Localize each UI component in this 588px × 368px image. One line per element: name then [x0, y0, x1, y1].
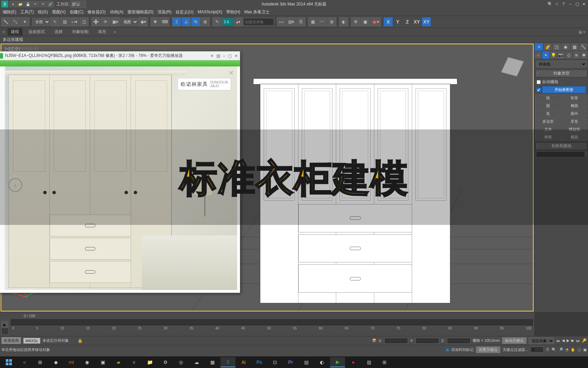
window-crossing-icon[interactable]: ◫ — [80, 17, 88, 26]
ribbon-toggle-icon[interactable]: ▾ — [3, 30, 5, 34]
menu-views[interactable]: 视图(V) — [51, 9, 67, 16]
ngon-button[interactable]: 多边形 — [535, 118, 561, 125]
timeline-expand-icon[interactable]: ▶ — [1, 321, 8, 328]
time-config-icon[interactable]: ⏱ — [546, 348, 550, 352]
arc-button[interactable]: 弧 — [535, 110, 561, 117]
ref-window-titlebar[interactable]: NJ5W~E1A~QLL8H1%QF$9ZIL.png (606KB, 713x… — [0, 51, 240, 60]
menu-tools[interactable]: 工具(T) — [19, 9, 35, 16]
play-icon[interactable]: ▶ — [567, 338, 569, 343]
taskbar-app-6[interactable]: ▦ — [205, 357, 220, 367]
help-icon[interactable]: ? — [561, 1, 566, 7]
set-key-button[interactable]: 设置关键点 — [476, 346, 501, 353]
key-filters-button[interactable]: 关键点过滤器... — [503, 347, 528, 352]
ref-pin-icon[interactable]: ⤧ — [210, 53, 214, 58]
trackbar-thumb[interactable] — [1, 327, 9, 335]
circle-button[interactable]: 圆 — [535, 102, 561, 109]
coord-x-input[interactable] — [384, 338, 408, 344]
render-setup-icon[interactable]: ⚙ — [351, 17, 360, 26]
menu-help[interactable]: 帮助(H) — [225, 9, 242, 16]
maxscript-badge[interactable]: MAXSc — [23, 338, 40, 344]
next-frame-icon[interactable]: ▶ — [571, 338, 574, 343]
ref-coord-dropdown[interactable]: 视图 — [120, 18, 138, 26]
menu-animation[interactable]: 动画(A) — [109, 9, 125, 16]
taskbar-app-11[interactable]: ⊞ — [377, 357, 392, 367]
taskbar-app-7[interactable]: ⊡ — [267, 357, 282, 367]
curve-editor-icon[interactable]: 〰 — [318, 17, 327, 26]
workspace-dropdown[interactable]: 默认 — [70, 1, 86, 8]
edit-named-sel-icon[interactable]: ✎ — [213, 17, 222, 26]
taskbar-app-8[interactable]: ▤ — [299, 357, 314, 367]
menu-antivirus[interactable]: Max 杀毒卫士 — [243, 9, 271, 16]
time-slider[interactable] — [11, 319, 533, 325]
ref-image-close-icon[interactable]: ✕ — [229, 69, 234, 77]
axis-xy2-button[interactable]: XY — [422, 17, 431, 26]
spinner-input[interactable] — [222, 18, 233, 26]
taskbar-ps-icon[interactable]: Ps — [252, 357, 267, 367]
keyboard-shortcut-icon[interactable]: ⌨ — [160, 17, 169, 26]
menu-edit[interactable]: 编辑(E) — [1, 9, 18, 16]
max-toggle-icon[interactable]: ▣ — [583, 348, 587, 352]
add-time-tag[interactable]: 添加时间标记 — [451, 347, 474, 352]
rendered-frame-icon[interactable]: ▣ — [361, 17, 370, 26]
render-icon[interactable]: 🫖▾ — [370, 17, 381, 26]
tab-populate[interactable]: 填充 — [95, 28, 110, 35]
zoom-all-icon[interactable]: 🔎 — [558, 348, 563, 352]
ref-close-icon[interactable]: ✕ — [234, 53, 238, 58]
taskbar-app-mi[interactable]: mi — [64, 357, 79, 367]
menu-graph-editors[interactable]: 图形编辑器(D) — [126, 9, 155, 16]
star-button[interactable]: 星形 — [562, 118, 588, 125]
taskbar-nvidia-icon[interactable]: ▰ — [111, 357, 126, 367]
link-icon[interactable]: 🔗 — [47, 1, 54, 7]
named-selection-input[interactable] — [243, 18, 274, 26]
layer-manager-icon[interactable]: ☰ — [296, 17, 305, 26]
material-editor-icon[interactable]: ◐ — [339, 17, 348, 26]
new-icon[interactable]: ▾ — [10, 1, 16, 7]
modify-panel-icon[interactable]: 🌈 — [543, 43, 552, 51]
coord-z-input[interactable] — [447, 338, 471, 344]
viewcube[interactable] — [499, 55, 526, 82]
helpers-icon[interactable]: ◇ — [565, 51, 573, 59]
auto-grid-checkbox[interactable] — [537, 80, 541, 84]
open-icon[interactable]: 📂 — [17, 1, 24, 7]
taskbar-app-9[interactable]: ◐ — [314, 357, 329, 367]
selection-filter-dropdown[interactable]: 全部 — [32, 18, 50, 26]
start-new-shape-checkbox[interactable] — [537, 88, 541, 92]
tab-selection[interactable]: 选择 — [51, 28, 66, 35]
auto-key-button[interactable]: 自动关键点 — [502, 337, 527, 344]
taskbar-3dsmax-icon[interactable]: 3 — [220, 357, 235, 367]
menu-rendering[interactable]: 渲染(R) — [156, 9, 173, 16]
select-by-name-icon[interactable]: ▤ — [60, 17, 69, 26]
favorite-icon[interactable]: ☆ — [554, 1, 559, 7]
geometry-icon[interactable]: ○ — [535, 51, 542, 59]
goto-end-icon[interactable]: ⏭ — [576, 339, 580, 343]
save-icon[interactable]: 💾 — [24, 1, 31, 7]
taskbar-ai-icon[interactable]: Ai — [236, 357, 251, 367]
ref-settings-icon[interactable]: ▤ — [216, 53, 220, 58]
fov-icon[interactable]: ◔ — [565, 348, 569, 352]
goto-start-icon[interactable]: ⏮ — [556, 339, 560, 343]
display-panel-icon[interactable]: ▦ — [570, 43, 579, 51]
taskbar-pr-icon[interactable]: Pr — [283, 357, 298, 367]
bind-space-warp-icon[interactable]: ✦ — [20, 17, 29, 26]
current-frame-input[interactable] — [530, 347, 544, 353]
select-rotate-icon[interactable]: ⟳ — [101, 17, 110, 26]
ref-maximize-icon[interactable]: ▢ — [228, 53, 232, 58]
use-center-icon[interactable]: ◉▾ — [139, 17, 148, 26]
create-panel-icon[interactable]: ✳ — [535, 43, 543, 51]
taskbar-edge-icon[interactable]: e — [127, 357, 142, 367]
lights-icon[interactable]: 💡 — [550, 51, 557, 59]
time-tag-icon[interactable]: ▣ — [446, 348, 449, 352]
tab-object-paint[interactable]: 对象绘制 — [69, 28, 92, 35]
close-icon[interactable]: ✕ — [581, 1, 587, 7]
hierarchy-panel-icon[interactable]: ◳ — [552, 43, 561, 51]
ribbon-collapse-icon[interactable]: ▣ ▾ — [578, 30, 585, 34]
axis-y-button[interactable]: Y — [393, 17, 402, 26]
taskbar-app-10[interactable]: ▥ — [361, 357, 376, 367]
toggle-ribbon-icon[interactable]: ▦ — [308, 17, 317, 26]
align-icon[interactable]: ▤▾ — [287, 17, 296, 26]
coord-y-input[interactable] — [415, 338, 439, 344]
menu-maxscript[interactable]: MAXScript(X) — [196, 9, 224, 15]
taskbar-iqiyi-icon[interactable]: ▶ — [330, 357, 345, 367]
taskbar-explorer-icon[interactable]: 📁 — [142, 357, 157, 367]
rectangle-button[interactable]: 矩形 — [562, 94, 588, 102]
